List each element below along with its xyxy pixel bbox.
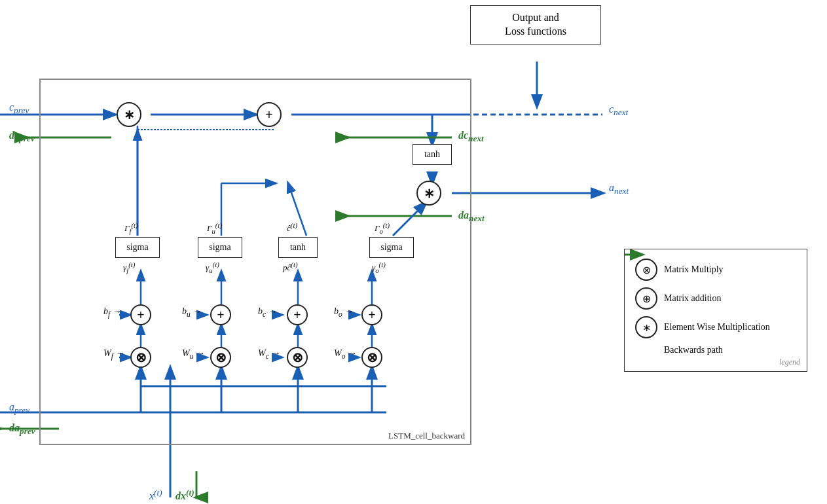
gamma-f-small-label: γf(t) (123, 261, 135, 274)
lstm-cell-label: LSTM_cell_backward (388, 431, 465, 441)
da-next-label: danext (458, 209, 485, 224)
gamma-u-small-label: γu(t) (206, 261, 219, 274)
mult-c-circle: ⊗ (287, 347, 308, 368)
mult-top-left-circle: ∗ (117, 102, 141, 127)
p-c-hat-label: pĉ(t) (283, 261, 298, 273)
gamma-o-small-label: γo(t) (372, 261, 386, 274)
gamma-f-label: Γf(t) (124, 221, 138, 235)
Wo-label: Wo → (334, 348, 357, 361)
mult-o-circle: ⊗ (361, 347, 382, 368)
diagram-container: Output andLoss functions LSTM_cell_backw… (0, 0, 827, 504)
bf-label: bf → (103, 306, 122, 319)
add-o-circle: + (361, 304, 382, 325)
c-next-label: cnext (609, 103, 628, 118)
bc-label: bc → (258, 306, 278, 319)
Wf-label: Wf → (103, 348, 124, 361)
lstm-cell-border: LSTM_cell_backward (39, 79, 471, 445)
add-f-circle: + (130, 304, 151, 325)
sigma-o-box: sigma (369, 237, 414, 258)
c-hat-label: ĉ(t) (287, 221, 297, 234)
Wu-label: Wu → (182, 348, 205, 361)
x-label: x(t) (149, 488, 162, 502)
output-box: Output andLoss functions (470, 5, 601, 45)
a-prev-label: aprev (9, 401, 29, 416)
legend-label: legend (779, 357, 800, 367)
legend-item-backwards-path: Backwards path (635, 345, 796, 355)
da-prev-label: daprev (9, 422, 35, 437)
tanh-top-box: tanh (413, 144, 452, 165)
mult-f-circle: ⊗ (130, 347, 151, 368)
legend-arrow-backwards (635, 345, 657, 355)
sigma-f-box: sigma (115, 237, 160, 258)
add-c-circle: + (287, 304, 308, 325)
tanh-c-box: tanh (278, 237, 318, 258)
bo-label: bo → (334, 306, 354, 319)
dc-next-label: dcnext (458, 130, 484, 144)
sigma-u-box: sigma (198, 237, 242, 258)
gamma-o-label: Γo(t) (375, 221, 390, 235)
Wc-label: Wc → (258, 348, 280, 361)
output-box-label: Output andLoss functions (505, 12, 566, 37)
add-top-mid-circle: + (257, 102, 282, 127)
gamma-u-label: Γu(t) (207, 221, 222, 235)
a-next-label: anext (609, 182, 629, 196)
bu-label: bu → (182, 306, 202, 319)
mult-u-circle: ⊗ (210, 347, 231, 368)
add-u-circle: + (210, 304, 231, 325)
c-prev-label: cprev (9, 101, 29, 116)
dx-label: dx(t) (175, 488, 194, 502)
mult-top-right-circle: ∗ (416, 181, 441, 206)
dc-prev-label: dcprev (9, 130, 35, 144)
legend-box: ⊗ Matrix Multiply ⊕ Matrix addition ∗ El… (624, 249, 807, 372)
